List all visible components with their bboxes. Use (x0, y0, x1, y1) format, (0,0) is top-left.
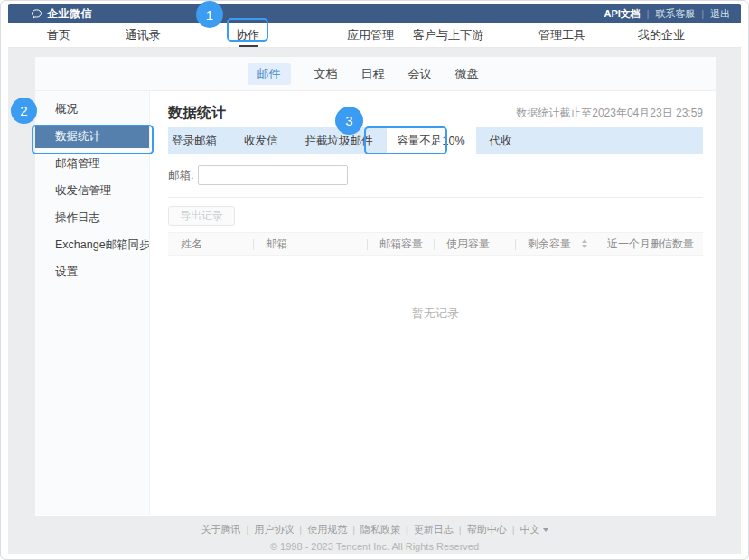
app-window: 企业微信 API文档 | 联系客服 | 退出 首页 通讯录 协作 应用管理 客户… (0, 0, 749, 560)
contact-support-link[interactable]: 联系客服 (655, 7, 695, 21)
collaboration-subnav: 邮件 文档 日程 会议 微盘 (35, 57, 716, 91)
subtab-docs[interactable]: 文档 (314, 63, 338, 85)
column-mailbox: 邮箱 (253, 233, 367, 255)
logout-link[interactable]: 退出 (710, 7, 730, 21)
footer-link-usage-rules[interactable]: 使用规范 (307, 524, 347, 535)
mail-sidebar: 概况 数据统计 邮箱管理 收发信管理 操作日志 Exchange邮箱同步 设置 (35, 91, 150, 515)
chevron-down-icon (543, 528, 548, 532)
nav-item-collaboration[interactable]: 协作 (236, 23, 259, 47)
top-bar: 企业微信 API文档 | 联系客服 | 退出 (8, 4, 741, 23)
copyright-text: © 1998 - 2023 Tencent Inc. All Rights Re… (8, 541, 741, 552)
content-area: 邮件 文档 日程 会议 微盘 概况 数据统计 邮箱管理 收发信管理 操作日志 E… (8, 48, 741, 554)
statistics-deadline: 数据统计截止至2023年04月23日 23:59 (516, 106, 703, 121)
subtab-drive[interactable]: 微盘 (455, 63, 479, 85)
sidebar-item-operation-log[interactable]: 操作日志 (35, 206, 149, 229)
nav-item-home[interactable]: 首页 (47, 23, 70, 47)
footer-link-help-center[interactable]: 帮助中心 (467, 524, 507, 535)
annotation-badge-3: 3 (335, 107, 363, 135)
footer-link-privacy[interactable]: 隐私政策 (360, 524, 400, 535)
sort-icon[interactable] (582, 239, 587, 248)
column-name: 姓名 (168, 233, 253, 255)
footer-link-about[interactable]: 关于腾讯 (201, 524, 240, 535)
subtab-calendar[interactable]: 日程 (361, 63, 385, 85)
separator: | (352, 524, 355, 535)
mailbox-input[interactable] (198, 165, 348, 185)
statistics-main: 数据统计 数据统计截止至2023年04月23日 23:59 登录邮箱 收发信 拦… (150, 91, 716, 515)
annotation-badge-2: 2 (11, 98, 37, 124)
statistics-header: 数据统计 数据统计截止至2023年04月23日 23:59 (168, 102, 703, 124)
subtab-meeting[interactable]: 会议 (408, 63, 432, 85)
sidebar-item-mailbox-management[interactable]: 邮箱管理 (35, 152, 149, 175)
footer-link-changelog[interactable]: 更新日志 (414, 524, 454, 535)
tab-send-receive[interactable]: 收发信 (230, 127, 292, 154)
separator: | (459, 524, 462, 535)
export-records-button[interactable]: 导出记录 (168, 206, 235, 226)
nav-item-apps[interactable]: 应用管理 (347, 23, 394, 47)
column-remaining-capacity: 剩余容量 (515, 233, 595, 255)
column-used-capacity: 使用容量 (434, 233, 515, 255)
column-mailbox-capacity: 邮箱容量 (367, 233, 434, 255)
topbar-links: API文档 | 联系客服 | 退出 (604, 7, 730, 21)
table-header: 姓名 邮箱 邮箱容量 使用容量 剩余容量 (168, 232, 703, 256)
sidebar-item-send-receive-management[interactable]: 收发信管理 (35, 179, 149, 202)
nav-item-my-company[interactable]: 我的企业 (638, 23, 685, 47)
separator: | (246, 524, 248, 535)
statistics-tab-bar: 登录邮箱 收发信 拦截垃圾邮件 容量不足10% 代收 (168, 127, 703, 154)
wework-logo-icon (31, 8, 42, 20)
page-footer: 关于腾讯|用户协议|使用规范|隐私政策|更新日志|帮助中心|中文 © 1998 … (8, 523, 741, 552)
collaboration-panel: 邮件 文档 日程 会议 微盘 概况 数据统计 邮箱管理 收发信管理 操作日志 E… (35, 57, 716, 516)
separator: | (701, 9, 704, 19)
subtab-mail[interactable]: 邮件 (248, 63, 291, 85)
sidebar-item-settings[interactable]: 设置 (35, 260, 149, 284)
tab-proxy-collect[interactable]: 代收 (476, 127, 526, 154)
brand: 企业微信 (31, 6, 92, 22)
nav-item-customers[interactable]: 客户与上下游 (413, 23, 483, 47)
page-title: 数据统计 (168, 104, 226, 123)
divider (168, 197, 703, 198)
sidebar-item-overview[interactable]: 概况 (35, 98, 149, 121)
empty-state-text: 暂无记录 (168, 305, 703, 322)
column-deleted-mail-count: 近一个月删信数量 (595, 233, 703, 255)
nav-item-contacts[interactable]: 通讯录 (126, 23, 161, 47)
active-nav-indicator (239, 45, 258, 47)
tab-spam-blocked[interactable]: 拦截垃圾邮件 (292, 127, 387, 154)
separator: | (512, 524, 515, 535)
mailbox-field-label: 邮箱: (168, 168, 193, 183)
annotation-badge-1: 1 (196, 1, 223, 28)
api-docs-link[interactable]: API文档 (604, 7, 640, 21)
separator: | (299, 524, 302, 535)
footer-link-user-agreement[interactable]: 用户协议 (254, 524, 294, 535)
sidebar-item-exchange-sync[interactable]: Exchange邮箱同步 (35, 233, 149, 257)
main-nav: 首页 通讯录 协作 应用管理 客户与上下游 管理工具 我的企业 (8, 23, 741, 48)
footer-links: 关于腾讯|用户协议|使用规范|隐私政策|更新日志|帮助中心|中文 (8, 523, 741, 537)
language-selector[interactable]: 中文 (520, 524, 548, 535)
tab-capacity-below-10[interactable]: 容量不足10% (387, 127, 476, 154)
brand-name: 企业微信 (47, 6, 92, 22)
separator: | (647, 9, 650, 19)
nav-item-admin-tools[interactable]: 管理工具 (538, 23, 585, 47)
sidebar-item-data-statistics[interactable]: 数据统计 (35, 125, 149, 148)
mailbox-filter-row: 邮箱: (168, 165, 703, 185)
separator: | (406, 524, 408, 535)
tab-login-mailbox[interactable]: 登录邮箱 (168, 127, 230, 154)
